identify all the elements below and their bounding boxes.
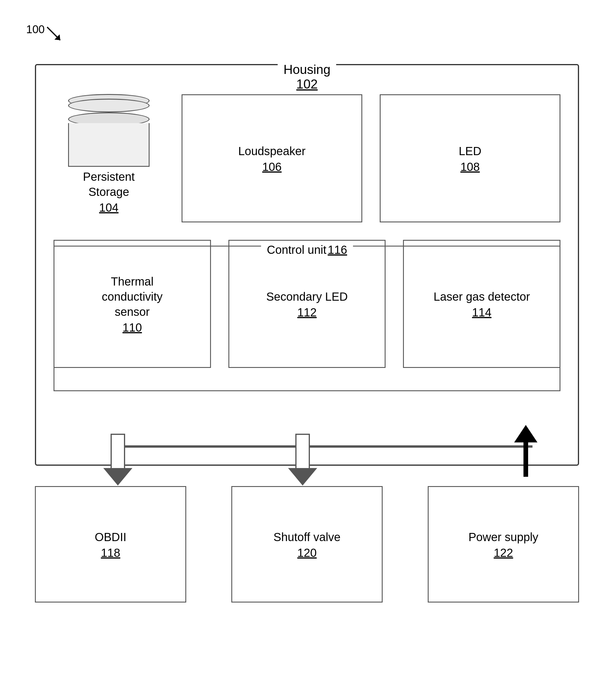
power-arrow-head (514, 425, 537, 442)
control-unit-title: Control unit (267, 243, 327, 256)
storage-title: PersistentStorage (83, 170, 135, 198)
shutoff-box: Shutoff valve 120 (231, 486, 383, 603)
external-row: OBDII 118 Shutoff valve 120 Power supply… (35, 486, 579, 603)
control-unit-label: Control unit 116 (261, 242, 353, 257)
storage-label: PersistentStorage 104 (83, 169, 135, 214)
cylinder-body (68, 123, 150, 167)
cylinder-shape (68, 103, 150, 167)
led-title: LED (459, 144, 482, 159)
arrow-from-power (514, 425, 537, 477)
housing-box: Housing 102 PersistentStorage 104 (35, 64, 579, 466)
ref-100-text: 100 (26, 23, 45, 36)
shutoff-number: 120 (298, 546, 317, 559)
led-number: 108 (460, 160, 480, 173)
ref-100-label: 100 (26, 23, 63, 43)
housing-label: Housing 102 (278, 62, 336, 91)
cylinder-top2 (68, 99, 150, 112)
power-supply-number: 122 (494, 546, 513, 559)
power-supply-box: Power supply 122 (428, 486, 579, 603)
control-unit-number: 116 (328, 243, 347, 256)
obdii-shaft (111, 434, 125, 469)
shutoff-shaft (295, 434, 310, 469)
loudspeaker-box: Loudspeaker 106 (181, 94, 362, 222)
ref-100-arrow (46, 26, 63, 43)
storage-number: 104 (83, 201, 135, 214)
persistent-storage-component: PersistentStorage 104 (53, 94, 164, 222)
housing-title: Housing (283, 62, 330, 77)
power-supply-title: Power supply (468, 530, 538, 545)
power-shaft (524, 442, 528, 477)
obdii-title: OBDII (95, 530, 127, 545)
control-unit-box: Control unit 116 (53, 246, 560, 391)
loudspeaker-number: 106 (262, 160, 282, 173)
loudspeaker-title: Loudspeaker (238, 144, 306, 159)
page: 100 Housing 102 PersistentStorage (0, 0, 616, 691)
horizontal-line (111, 445, 532, 448)
shutoff-title: Shutoff valve (273, 530, 341, 545)
arrow-to-obdii (103, 434, 132, 485)
housing-number: 102 (283, 77, 330, 91)
shutoff-arrow-head (288, 468, 317, 485)
led-box: LED 108 (380, 94, 560, 222)
obdii-number: 118 (101, 546, 120, 559)
arrow-to-shutoff (288, 434, 317, 485)
obdii-arrow-head (103, 468, 132, 485)
top-row: PersistentStorage 104 Loudspeaker 106 LE… (53, 94, 560, 222)
obdii-box: OBDII 118 (35, 486, 186, 603)
